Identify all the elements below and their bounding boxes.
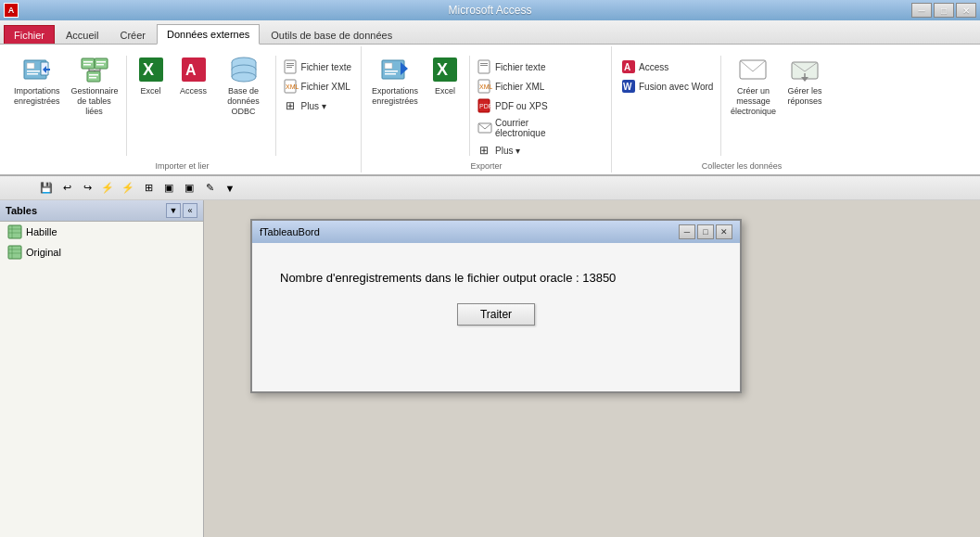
svg-rect-40 [385, 63, 392, 69]
btn-access-collect[interactable]: A Access [617, 58, 717, 76]
quick-access-toolbar: 💾 ↩ ↪ ⚡ ⚡ ⊞ ▣ ▣ ✎ ▼ [0, 176, 980, 200]
modal-close-btn[interactable]: ✕ [716, 224, 732, 239]
fichier-xml-exp-icon: XML [477, 79, 492, 94]
modal-restore-btn[interactable]: □ [697, 224, 714, 239]
fichier-texte-label: Fichier texte [301, 62, 351, 72]
btn-fichier-xml-import[interactable]: XML Fichier XML [280, 77, 355, 96]
group-importer-lier-label: Importer et lier [155, 160, 209, 173]
fichier-texte-exp-icon [477, 59, 492, 74]
fusion-word-label: Fusion avec Word [639, 82, 713, 92]
access-icon-svg: A [179, 55, 209, 84]
tab-creer[interactable]: Créer [109, 25, 156, 44]
gest-icon-svg [80, 55, 109, 84]
btn-pdf-xps[interactable]: PDF PDF ou XPS [474, 96, 552, 115]
habille-label: Habille [26, 226, 57, 237]
excel-export-label: Excel [435, 86, 455, 96]
qa-btn6[interactable]: ✎ [200, 179, 219, 198]
collecter-buttons: A Access W Fusion avec Word [617, 48, 866, 160]
svg-text:A: A [624, 62, 630, 72]
qa-btn3[interactable]: ⊞ [139, 179, 158, 198]
nav-expand-btn[interactable]: ▼ [166, 203, 181, 218]
btn-fichier-texte-exp[interactable]: Fichier texte [474, 58, 552, 76]
navigation-pane: Tables ▼ « Habille [0, 200, 204, 537]
btn-bdd-odbc[interactable]: Base dedonnées ODBC [216, 52, 272, 119]
qa-dropdown[interactable]: ▼ [221, 179, 239, 198]
exportations-label: Exportationsenregistrées [372, 86, 418, 107]
bdd-odbc-icon [229, 55, 259, 84]
qa-btn2[interactable]: ⚡ [119, 179, 137, 198]
importer-buttons: Importationsenregistrées [9, 48, 355, 160]
svg-rect-67 [8, 246, 21, 259]
svg-rect-10 [96, 61, 106, 63]
gestionnaire-label: Gestionnairede tables liées [71, 86, 118, 116]
nav-pane-title: Tables [6, 205, 37, 216]
export-small-buttons: Fichier texte XML Fichier XML PDF PDF ou… [474, 52, 552, 160]
maximize-button[interactable]: □ [934, 3, 954, 18]
qa-btn4[interactable]: ▣ [159, 179, 178, 198]
svg-point-31 [232, 72, 256, 82]
qa-save[interactable]: 💾 [37, 179, 56, 198]
btn-gestionnaire-tables-liees[interactable]: Gestionnairede tables liées [67, 52, 122, 119]
btn-creer-message[interactable]: Créer un messageélectronique [725, 52, 781, 119]
importations-label: Importationsenregistrées [14, 86, 60, 107]
btn-courrier-electronique[interactable]: Courrierélectronique [474, 116, 552, 140]
divider-4 [720, 56, 721, 156]
svg-rect-42 [385, 73, 396, 75]
exportations-icon [380, 55, 410, 84]
odbc-icon-svg [229, 55, 259, 84]
btn-excel-export[interactable]: X Excel [425, 52, 465, 99]
fichier-texte-icon [284, 59, 299, 74]
btn-importations-enregistrees[interactable]: Importationsenregistrées [9, 52, 65, 109]
tab-fichier[interactable]: Fichier [4, 25, 55, 44]
svg-rect-8 [83, 64, 91, 66]
nav-item-habille[interactable]: Habille [0, 222, 203, 242]
svg-rect-41 [385, 70, 398, 72]
fusion-word-icon: W [621, 79, 636, 94]
svg-text:PDF: PDF [479, 103, 492, 109]
btn-fusion-word[interactable]: W Fusion avec Word [617, 77, 717, 96]
close-button[interactable]: ✕ [956, 3, 976, 18]
exporter-buttons: Exportationsenregistrées X Excel Fi [367, 48, 605, 160]
btn-access-import[interactable]: A Access [173, 52, 214, 99]
btn-fichier-xml-exp[interactable]: XML Fichier XML [474, 77, 552, 96]
access-import-icon: A [179, 55, 209, 84]
tab-outils-bdd[interactable]: Outils de base de données [261, 25, 402, 44]
modal-minimize-btn[interactable]: ─ [679, 224, 695, 239]
svg-text:W: W [623, 82, 632, 92]
group-collecter: A Access W Fusion avec Word [612, 46, 872, 173]
nav-item-original[interactable]: Original [0, 242, 203, 262]
svg-rect-47 [480, 63, 488, 64]
btn-fichier-texte-import[interactable]: Fichier texte [280, 58, 355, 76]
gerer-reponses-icon [790, 55, 820, 84]
qa-undo[interactable]: ↩ [57, 179, 76, 198]
modal-dialog: fTableauBord ─ □ ✕ Nombre d'enregistreme… [250, 219, 742, 393]
fichier-xml-label: Fichier XML [301, 82, 350, 92]
btn-plus-export[interactable]: ⊞ Plus ▾ [474, 141, 552, 160]
group-exporter: Exportationsenregistrées X Excel Fi [362, 46, 612, 173]
svg-rect-1 [27, 63, 34, 69]
btn-plus-import[interactable]: ⊞ Plus ▾ [280, 96, 355, 115]
plus-export-icon: ⊞ [477, 143, 492, 158]
excel-import-label: Excel [141, 86, 161, 96]
fichier-xml-icon: XML [284, 79, 299, 94]
modal-message: Nombre d'enregistrements dans le fichier… [280, 271, 616, 285]
btn-excel-import[interactable]: X Excel [131, 52, 172, 99]
tab-donnees-externes[interactable]: Données externes [157, 24, 260, 45]
svg-rect-48 [480, 65, 488, 66]
title-bar: A Microsoft Access ─ □ ✕ [0, 0, 980, 20]
svg-rect-34 [286, 65, 294, 66]
btn-gerer-reponses[interactable]: Gérer lesréponses [783, 52, 826, 109]
qa-btn5[interactable]: ▣ [180, 179, 198, 198]
nav-collapse-btn[interactable]: « [183, 203, 197, 218]
minimize-button[interactable]: ─ [911, 3, 932, 18]
divider-2 [275, 56, 276, 156]
btn-exportations-enregistrees[interactable]: Exportationsenregistrées [367, 52, 423, 109]
qa-redo[interactable]: ↪ [78, 179, 96, 198]
qa-btn1[interactable]: ⚡ [98, 179, 117, 198]
svg-text:⊞: ⊞ [286, 99, 295, 112]
plus-export-label: Plus ▾ [495, 146, 520, 156]
traiter-button[interactable]: Traiter [457, 303, 535, 326]
svg-rect-9 [95, 58, 108, 69]
tab-accueil[interactable]: Accueil [56, 25, 108, 44]
access-import-label: Access [180, 86, 207, 96]
